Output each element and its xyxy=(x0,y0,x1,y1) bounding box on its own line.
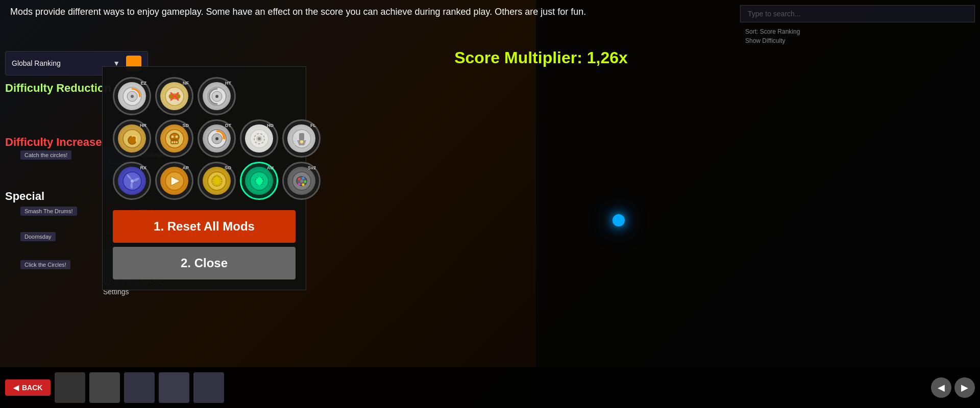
svg-point-13 xyxy=(128,136,136,144)
mod-au-label: AU xyxy=(267,165,274,170)
mod-hr-label: HR xyxy=(140,123,146,128)
mods-row-reduction: EZ NF xyxy=(113,77,296,115)
difficulty-reduction-label: Difficulty Reduction xyxy=(5,82,111,95)
mod-fl[interactable]: FL xyxy=(282,119,321,158)
category-labels-container: Difficulty Reduction Difficulty Increase… xyxy=(5,82,111,244)
close-button[interactable]: 2. Close xyxy=(113,247,296,279)
svg-point-30 xyxy=(258,137,261,140)
mod-ez[interactable]: EZ xyxy=(113,77,151,115)
svg-point-21 xyxy=(171,135,174,138)
bottom-thumbnail-3 xyxy=(124,372,155,403)
mod-ht-inner xyxy=(203,82,231,110)
mod-hr[interactable]: HR xyxy=(113,119,151,158)
mod-sd[interactable]: SD xyxy=(155,119,193,158)
mod-ez-inner xyxy=(118,82,146,110)
mods-panel: EZ NF xyxy=(102,66,306,290)
description-text: Mods provide different ways to enjoy gam… xyxy=(10,7,586,17)
mod-au[interactable]: AU xyxy=(240,162,278,200)
mod-fl-inner xyxy=(287,124,315,152)
mod-rx-label: RX xyxy=(140,165,146,170)
difficulty-label: Show Difficulty xyxy=(745,37,785,44)
mod-rx-inner xyxy=(118,167,146,195)
mod-so-inner xyxy=(203,167,231,195)
mod-so[interactable]: SO xyxy=(198,162,236,200)
mods-row-increase: HR SD xyxy=(113,119,296,158)
difficulty-row: Show Difficulty xyxy=(745,37,970,44)
svg-point-53 xyxy=(298,183,300,185)
mod-sv2-label: Sv2 xyxy=(308,165,316,170)
svg-point-50 xyxy=(302,176,304,179)
click-circles-label: Click the Circles! xyxy=(24,262,66,268)
mod-sv2[interactable]: Sv2 xyxy=(282,162,321,200)
svg-rect-18 xyxy=(172,141,173,143)
mod-au-inner xyxy=(245,167,273,195)
back-arrow-icon: ◀ xyxy=(13,384,19,392)
mod-nf[interactable]: NF xyxy=(155,77,193,115)
score-sort-label: Sort: Score Ranking xyxy=(745,28,800,35)
mod-fl-label: FL xyxy=(310,123,316,128)
bottom-thumbnail-4 xyxy=(159,372,189,403)
mod-sd-label: SD xyxy=(182,123,189,128)
score-info-area: Sort: Score Ranking Show Difficulty xyxy=(740,26,975,47)
mod-dt-label: DT xyxy=(225,123,231,128)
bottom-thumbnail-2 xyxy=(89,372,120,403)
score-sort-row: Sort: Score Ranking xyxy=(745,28,970,35)
special-label: Special xyxy=(5,190,111,203)
mod-dt[interactable]: DT xyxy=(198,119,236,158)
svg-point-52 xyxy=(302,183,304,186)
mod-ht-label: HT xyxy=(225,81,231,86)
score-multiplier: Score Multiplier: 1,26x xyxy=(102,48,980,67)
mod-hr-inner xyxy=(118,124,146,152)
bottom-arrow-right[interactable]: ▶ xyxy=(954,377,975,398)
back-button[interactable]: ◀ BACK xyxy=(5,379,51,396)
svg-point-26 xyxy=(215,137,218,140)
mod-nf-inner xyxy=(160,82,188,110)
mod-dt-inner xyxy=(203,124,231,152)
svg-point-49 xyxy=(298,177,300,180)
mod-rx[interactable]: RX xyxy=(113,162,151,200)
mod-ap[interactable]: AP xyxy=(155,162,193,200)
bottom-bar: ◀ BACK ◀ ▶ xyxy=(0,367,980,408)
glow-cursor xyxy=(612,214,625,226)
back-label: BACK xyxy=(22,384,42,392)
description-area: Mods provide different ways to enjoy gam… xyxy=(0,0,980,24)
svg-rect-32 xyxy=(299,133,304,140)
mod-ap-label: AP xyxy=(182,165,189,170)
svg-rect-19 xyxy=(174,141,175,143)
bottom-right-controls: ◀ ▶ xyxy=(931,377,975,398)
svg-point-51 xyxy=(304,180,306,183)
svg-point-54 xyxy=(300,180,303,183)
mod-nf-label: NF xyxy=(183,81,189,86)
svg-point-22 xyxy=(175,135,178,138)
score-multiplier-label: Score Multiplier: xyxy=(454,48,582,67)
mod-hd[interactable]: HD xyxy=(240,119,278,158)
bottom-thumbnail-5 xyxy=(193,372,224,403)
mod-hd-inner xyxy=(245,124,273,152)
mod-so-label: SO xyxy=(225,165,231,170)
score-multiplier-value: 1,26x xyxy=(587,48,628,67)
reset-all-mods-button[interactable]: 1. Reset All Mods xyxy=(113,210,296,243)
mods-row-special: RX AP xyxy=(113,162,296,200)
mod-ht[interactable]: HT xyxy=(198,77,236,115)
mod-sv2-inner xyxy=(287,167,315,195)
bottom-arrow-left[interactable]: ◀ xyxy=(931,377,951,398)
mod-ap-inner xyxy=(160,167,188,195)
svg-point-11 xyxy=(215,95,218,98)
svg-point-2 xyxy=(131,95,134,98)
bottom-thumbnail-1 xyxy=(55,372,85,403)
svg-rect-20 xyxy=(176,141,178,143)
difficulty-increase-label: Difficulty Increase xyxy=(5,136,111,149)
click-circles-btn[interactable]: Click the Circles! xyxy=(20,260,70,269)
global-ranking-label: Global Ranking xyxy=(12,59,61,67)
mod-hd-label: HD xyxy=(267,123,274,128)
mod-ez-label: EZ xyxy=(140,81,146,86)
mod-sd-inner xyxy=(160,124,188,152)
svg-point-33 xyxy=(300,140,303,143)
